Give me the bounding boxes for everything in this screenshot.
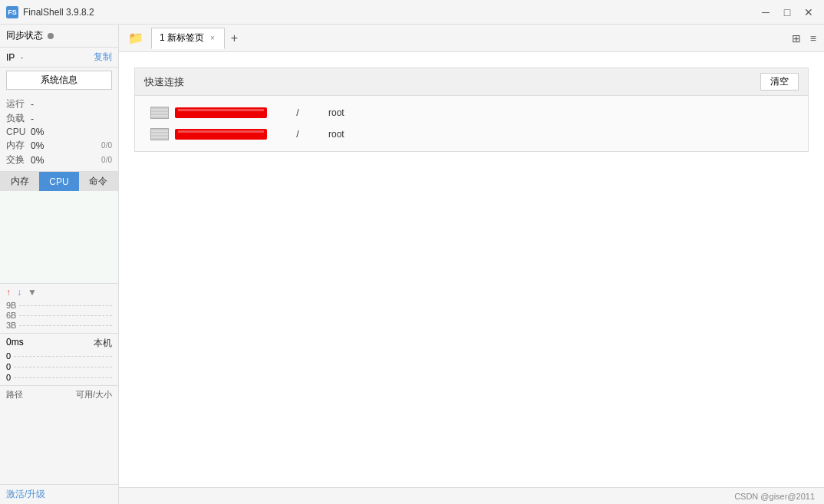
latency-values: 0 0 0 bbox=[6, 351, 112, 382]
scale-row-3b: 3B bbox=[6, 321, 112, 330]
expand-icon[interactable]: ▼ bbox=[28, 287, 37, 298]
latency-line bbox=[14, 377, 112, 378]
latency-row-1: 0 bbox=[6, 362, 112, 371]
tab-add-button[interactable]: + bbox=[226, 31, 242, 45]
mem-extra: 0/0 bbox=[101, 141, 112, 150]
swap-label: 交换 bbox=[6, 153, 28, 166]
quick-connect-list: / root / root bbox=[135, 96, 808, 151]
main-content: 快速连接 清空 / root / bbox=[119, 52, 824, 487]
connection-host-redacted bbox=[175, 107, 267, 118]
tab-new-page[interactable]: 1 新标签页 × bbox=[151, 28, 225, 49]
activate-button[interactable]: 激活/升级 bbox=[0, 484, 118, 504]
sidebar-tab-content bbox=[0, 191, 118, 284]
status-right: CSDN @giser@2011 bbox=[734, 492, 815, 501]
network-header: ↑ ↓ ▼ bbox=[6, 287, 112, 298]
clear-button[interactable]: 清空 bbox=[760, 73, 799, 91]
running-row: 运行 - bbox=[6, 97, 112, 110]
mem-row: 内存 0% 0/0 bbox=[6, 139, 112, 152]
folder-button[interactable]: 📁 bbox=[124, 28, 148, 48]
latency-row-2: 0 bbox=[6, 373, 112, 382]
disk-size-label: 可用/大小 bbox=[76, 389, 112, 400]
folder-icon: 📁 bbox=[128, 31, 143, 45]
tab-label: 1 新标签页 bbox=[160, 31, 204, 44]
connection-user: root bbox=[328, 107, 420, 118]
tab-cmd[interactable]: 命令 bbox=[79, 172, 118, 191]
download-arrow-icon: ↓ bbox=[17, 287, 21, 298]
connection-slash: / bbox=[267, 129, 328, 140]
mem-label: 内存 bbox=[6, 139, 28, 152]
latency-val-1: 0 bbox=[6, 362, 11, 371]
scale-6b-label: 6B bbox=[6, 311, 16, 320]
sync-status-row: 同步状态 bbox=[0, 25, 118, 48]
minimize-button[interactable]: ─ bbox=[756, 5, 775, 20]
latency-val-2: 0 bbox=[6, 373, 11, 382]
tab-close-button[interactable]: × bbox=[209, 34, 216, 42]
copy-button[interactable]: 复制 bbox=[94, 51, 112, 64]
connection-icon bbox=[150, 128, 169, 140]
tab-cpu[interactable]: CPU bbox=[39, 172, 78, 191]
stats-section: 运行 - 负载 - CPU 0% 内存 0% 0/0 交换 0% 0/0 bbox=[0, 93, 118, 172]
list-item[interactable]: / root bbox=[135, 102, 808, 124]
latency-line bbox=[14, 356, 112, 357]
swap-extra: 0/0 bbox=[101, 156, 112, 164]
scale-line bbox=[19, 305, 112, 306]
ip-label: IP - bbox=[6, 52, 23, 63]
sidebar: 同步状态 IP - 复制 系统信息 运行 - 负载 - CPU bbox=[0, 25, 119, 504]
scale-row-6b: 6B bbox=[6, 311, 112, 320]
latency-host: 本机 bbox=[94, 337, 112, 350]
content-area: 📁 1 新标签页 × + ⊞ ≡ 快速连接 清空 bbox=[119, 25, 824, 504]
load-label: 负载 bbox=[6, 112, 28, 125]
list-view-button[interactable]: ≡ bbox=[807, 31, 819, 46]
network-section: ↑ ↓ ▼ 9B 6B 3B bbox=[0, 284, 118, 334]
latency-val-0: 0 bbox=[6, 351, 11, 361]
running-label: 运行 bbox=[6, 97, 28, 110]
close-button[interactable]: ✕ bbox=[799, 5, 818, 20]
scale-line bbox=[19, 325, 112, 326]
network-scale: 9B 6B 3B bbox=[6, 301, 112, 330]
sysinfo-button[interactable]: 系统信息 bbox=[6, 71, 112, 90]
maximize-button[interactable]: □ bbox=[778, 5, 796, 20]
app-icon: FS bbox=[6, 6, 18, 18]
latency-section: 0ms 本机 0 0 0 bbox=[0, 334, 118, 386]
app-title: FinalShell 3.9.8.2 bbox=[23, 7, 94, 18]
quick-connect-title: 快速连接 bbox=[144, 75, 184, 89]
scale-3b-label: 3B bbox=[6, 321, 16, 330]
swap-value: 0% bbox=[31, 155, 44, 166]
sync-label: 同步状态 bbox=[6, 29, 43, 42]
connection-slash: / bbox=[267, 107, 328, 118]
toolbar-right: ⊞ ≡ bbox=[789, 31, 819, 46]
latency-row-0: 0 bbox=[6, 351, 112, 361]
titlebar: FS FinalShell 3.9.8.2 ─ □ ✕ bbox=[0, 0, 824, 25]
disk-header: 路径 可用/大小 bbox=[6, 389, 112, 400]
sync-indicator bbox=[48, 33, 54, 39]
connection-host-redacted bbox=[175, 129, 267, 140]
running-value: - bbox=[31, 99, 34, 110]
main-container: 同步状态 IP - 复制 系统信息 运行 - 负载 - CPU bbox=[0, 25, 824, 504]
disk-path-label: 路径 bbox=[6, 389, 23, 400]
latency-label: 0ms bbox=[6, 337, 24, 350]
swap-row: 交换 0% 0/0 bbox=[6, 153, 112, 166]
cpu-row: CPU 0% bbox=[6, 127, 112, 137]
sidebar-tabs: 内存 CPU 命令 bbox=[0, 172, 118, 191]
tab-mem[interactable]: 内存 bbox=[0, 172, 39, 191]
grid-view-button[interactable]: ⊞ bbox=[789, 31, 804, 46]
titlebar-left: FS FinalShell 3.9.8.2 bbox=[6, 6, 94, 18]
connection-user: root bbox=[328, 129, 420, 140]
quick-connect-panel: 快速连接 清空 / root / bbox=[134, 68, 809, 152]
list-item[interactable]: / root bbox=[135, 124, 808, 145]
ip-row: IP - 复制 bbox=[0, 48, 118, 68]
mem-value: 0% bbox=[31, 140, 44, 151]
network-arrows: ↑ ↓ ▼ bbox=[6, 287, 37, 298]
latency-line bbox=[14, 367, 112, 367]
load-value: - bbox=[31, 114, 34, 124]
toolbar: 📁 1 新标签页 × + ⊞ ≡ bbox=[119, 25, 824, 52]
scale-line bbox=[19, 315, 112, 316]
load-row: 负载 - bbox=[6, 112, 112, 125]
titlebar-controls: ─ □ ✕ bbox=[756, 5, 818, 20]
quick-connect-header: 快速连接 清空 bbox=[135, 68, 808, 96]
upload-arrow-icon: ↑ bbox=[6, 287, 11, 298]
cpu-label: CPU bbox=[6, 127, 28, 137]
status-bar: CSDN @giser@2011 bbox=[119, 487, 824, 504]
disk-section: 路径 可用/大小 bbox=[0, 386, 118, 484]
tabs-bar: 1 新标签页 × + bbox=[151, 28, 786, 49]
